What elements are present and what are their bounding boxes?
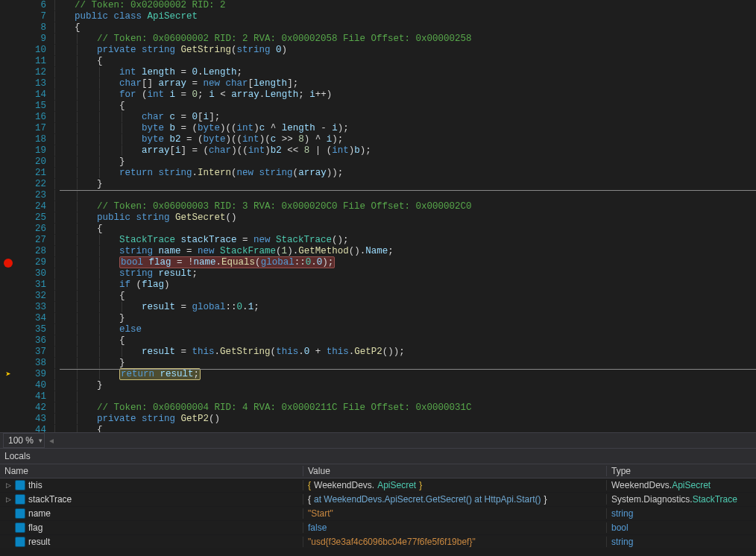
- line-number: 30: [16, 268, 52, 279]
- code-line[interactable]: 38│ │ │ }: [0, 358, 756, 369]
- line-number: 25: [16, 212, 52, 224]
- line-number: 17: [16, 123, 52, 134]
- code-editor[interactable]: 6│ // Token: 0x02000002 RID: 27│ public …: [0, 0, 756, 432]
- current-statement-arrow-icon: ➤: [5, 370, 10, 379]
- zoom-combo[interactable]: 100 %: [3, 433, 45, 448]
- code-line[interactable]: 34│ │ │ }: [0, 313, 756, 324]
- variable-type: string: [607, 537, 756, 547]
- line-number: 32: [16, 291, 52, 302]
- code-line[interactable]: 42│ │ // Token: 0x06000004 RID: 4 RVA: 0…: [0, 402, 756, 414]
- code-line[interactable]: ➤39│ │ │ return result;: [0, 369, 756, 380]
- locals-header-type[interactable]: Type: [607, 466, 756, 476]
- code-line[interactable]: 16│ │ │ │ char c = 0[i];: [0, 112, 756, 123]
- code-line[interactable]: 28│ │ │ string name = new StackFrame(1).…: [0, 246, 756, 257]
- code-line[interactable]: 29│ │ │ bool flag = !name.Equals(global:…: [0, 257, 756, 268]
- locals-row[interactable]: ▷stackTrace{ at WeekendDevs.ApiSecret.Ge…: [0, 493, 756, 507]
- code-line[interactable]: 33│ │ │ │ result = global::0.1;: [0, 302, 756, 313]
- code-line[interactable]: 35│ │ │ else: [0, 324, 756, 335]
- line-number: 40: [16, 380, 52, 391]
- code-line[interactable]: 19│ │ │ │ array[i] = (char)((int)b2 << 8…: [0, 145, 756, 157]
- code-line[interactable]: 10│ │ private string GetString(string 0): [0, 45, 756, 56]
- line-number: 13: [16, 78, 52, 89]
- code-line[interactable]: 36│ │ │ {: [0, 335, 756, 347]
- code-line[interactable]: 41│ │: [0, 391, 756, 402]
- variable-name: flag: [28, 522, 42, 533]
- variable-name: result: [28, 537, 50, 547]
- variable-icon: [15, 537, 25, 547]
- code-line[interactable]: 32│ │ │ {: [0, 291, 756, 302]
- locals-header-row: Name Value Type: [0, 464, 756, 478]
- line-number: 15: [16, 101, 52, 112]
- code-line[interactable]: 7│ public class ApiSecret: [0, 11, 756, 22]
- expand-icon[interactable]: ▷: [4, 496, 12, 503]
- line-number: 7: [16, 11, 52, 22]
- code-line[interactable]: 37│ │ │ │ result = this.GetString(this.0…: [0, 347, 756, 358]
- line-number: 36: [16, 335, 52, 347]
- expand-icon: [4, 524, 12, 531]
- current-statement-highlight: return result;: [119, 368, 201, 380]
- line-number: 23: [16, 190, 52, 201]
- line-number: 29: [16, 257, 52, 268]
- code-line[interactable]: 43│ │ private string GetP2(): [0, 414, 756, 425]
- line-number: 31: [16, 279, 52, 291]
- code-line[interactable]: 21│ │ │ return string.Intern(new string(…: [0, 168, 756, 179]
- line-number: 42: [16, 402, 52, 414]
- locals-header-name[interactable]: Name: [0, 466, 303, 476]
- code-line[interactable]: 11│ │ {: [0, 56, 756, 67]
- variable-icon: [15, 508, 25, 519]
- variable-name: this: [28, 480, 42, 490]
- variable-type: string: [607, 508, 756, 519]
- variable-type: WeekendDevs.ApiSecret: [607, 480, 756, 490]
- line-number: 22: [16, 179, 52, 190]
- code-line[interactable]: 31│ │ │ if (flag): [0, 279, 756, 291]
- expand-icon[interactable]: ▷: [4, 481, 12, 489]
- method-separator: [60, 369, 756, 370]
- code-line[interactable]: 6│ // Token: 0x02000002 RID: 2: [0, 0, 756, 11]
- line-number: 24: [16, 201, 52, 212]
- locals-panel-title: Locals: [0, 449, 756, 464]
- variable-value[interactable]: "Start": [303, 508, 607, 519]
- code-line[interactable]: 12│ │ │ int length = 0.Length;: [0, 67, 756, 78]
- locals-row[interactable]: result"usd{f3e3af4c6096bc04e77f6fe5f6f19…: [0, 535, 756, 549]
- code-line[interactable]: 13│ │ │ char[] array = new char[length];: [0, 78, 756, 89]
- variable-icon: [15, 494, 25, 505]
- line-number: 11: [16, 56, 52, 67]
- variable-value[interactable]: "usd{f3e3af4c6096bc04e77f6fe5f6f19bef}": [303, 537, 607, 547]
- code-line[interactable]: 18│ │ │ │ byte b2 = (byte)((int)(c >> 8)…: [0, 134, 756, 145]
- code-line[interactable]: 8│ {: [0, 22, 756, 34]
- line-number: 21: [16, 168, 52, 179]
- locals-row[interactable]: name"Start"string: [0, 507, 756, 521]
- variable-icon: [15, 480, 25, 490]
- line-number: 12: [16, 67, 52, 78]
- locals-row[interactable]: flagfalsebool: [0, 521, 756, 535]
- zoom-bar: 100 % ◂: [0, 432, 756, 448]
- breakpoint-highlight: bool flag = !name.Equals(global::0.0);: [119, 256, 335, 268]
- code-line[interactable]: 44│ │ {: [0, 425, 756, 432]
- code-line[interactable]: 23│ │: [0, 190, 756, 201]
- code-line[interactable]: 17│ │ │ │ byte b = (byte)((int)c ^ lengt…: [0, 123, 756, 134]
- code-line[interactable]: 30│ │ │ string result;: [0, 268, 756, 279]
- code-line[interactable]: 25│ │ public string GetSecret(): [0, 212, 756, 224]
- code-line[interactable]: 24│ │ // Token: 0x06000003 RID: 3 RVA: 0…: [0, 201, 756, 212]
- variable-value[interactable]: false: [303, 522, 607, 533]
- line-number: 35: [16, 324, 52, 335]
- method-separator: [60, 190, 756, 191]
- variable-name: name: [28, 508, 51, 519]
- code-line[interactable]: 9│ │ // Token: 0x06000002 RID: 2 RVA: 0x…: [0, 34, 756, 45]
- locals-row[interactable]: ▷this{WeekendDevs.ApiSecret}WeekendDevs.…: [0, 478, 756, 493]
- line-number: 14: [16, 89, 52, 101]
- code-line[interactable]: 15│ │ │ {: [0, 101, 756, 112]
- code-line[interactable]: 14│ │ │ for (int i = 0; i < array.Length…: [0, 89, 756, 101]
- breakpoint-icon[interactable]: [4, 259, 13, 268]
- variable-value[interactable]: { at WeekendDevs.ApiSecret.GetSecret() a…: [303, 494, 607, 505]
- code-line[interactable]: 22│ │ }: [0, 179, 756, 190]
- code-line[interactable]: 27│ │ │ StackTrace stackTrace = new Stac…: [0, 235, 756, 246]
- code-line[interactable]: 40│ │ }: [0, 380, 756, 391]
- variable-icon: [15, 522, 25, 533]
- locals-header-value[interactable]: Value: [303, 466, 607, 476]
- line-number: 18: [16, 134, 52, 145]
- code-line[interactable]: 26│ │ {: [0, 224, 756, 235]
- code-line[interactable]: 20│ │ │ }: [0, 157, 756, 168]
- variable-value[interactable]: {WeekendDevs.ApiSecret}: [303, 480, 607, 490]
- line-number: 43: [16, 414, 52, 425]
